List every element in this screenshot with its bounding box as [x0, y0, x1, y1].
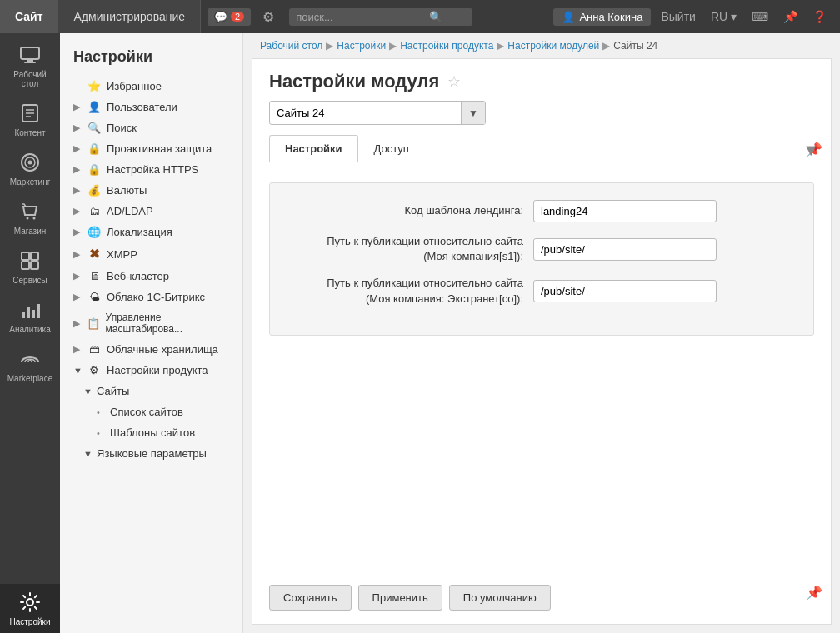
sidebar-label: Настройка HTTPS — [107, 163, 198, 176]
pin-icon-button[interactable]: 📌 — [778, 7, 802, 26]
breadcrumb-desktop[interactable]: Рабочий стол — [260, 40, 322, 52]
sidebar-item-services[interactable]: Сервисы — [0, 242, 60, 292]
form-section: Код шаблона лендинга: Путь к публикации … — [269, 182, 814, 336]
svg-point-20 — [27, 599, 33, 606]
field1-input[interactable] — [533, 200, 717, 222]
sidebar-item-settings[interactable]: Настройки — [0, 584, 60, 633]
locale-icon: 🌐 — [87, 226, 102, 238]
breadcrumb-settings[interactable]: Настройки — [337, 40, 386, 52]
svg-rect-15 — [31, 262, 38, 269]
lang-button[interactable]: RU ▾ — [706, 7, 742, 26]
svg-point-9 — [28, 161, 32, 165]
default-button[interactable]: По умолчанию — [449, 585, 551, 611]
breadcrumb-productsettings[interactable]: Настройки продукта — [400, 40, 493, 52]
search-box[interactable]: 🔍 — [289, 8, 472, 26]
sidebar-item-analytics[interactable]: Аналитика — [0, 292, 60, 341]
topbar-actions: 💬 2 ⚙ 🔍 — [201, 8, 545, 26]
field3-input[interactable] — [533, 280, 717, 302]
svg-rect-16 — [22, 312, 25, 318]
apply-button[interactable]: Применить — [358, 585, 442, 611]
save-button[interactable]: Сохранить — [269, 585, 352, 611]
content-icon — [18, 102, 42, 125]
arrow-icon: ▶ — [73, 206, 82, 217]
user-icon: 👤 — [562, 11, 575, 23]
favorites-icon: ⭐ — [87, 80, 102, 92]
sidebar-item-locale[interactable]: ▶ 🌐 Локализация — [60, 222, 242, 242]
tab-settings-label: Настройки — [285, 142, 342, 155]
svg-rect-1 — [27, 59, 33, 62]
settings-sidebar-title: Настройки — [60, 42, 242, 76]
module-select[interactable]: Сайты 24 — [270, 102, 461, 124]
main-content: Рабочий стол ▶ Настройки ▶ Настройки про… — [243, 33, 840, 633]
exit-button[interactable]: Выйти — [656, 7, 700, 26]
sidebar-item-favorites[interactable]: ⭐ Избранное — [60, 76, 242, 97]
sidebar-label: Языковые параметры — [97, 447, 207, 460]
proactive-icon: 🔒 — [87, 142, 102, 155]
messages-badge[interactable]: 💬 2 — [208, 8, 251, 26]
sidebar-label-marketing: Маркетинг — [10, 177, 51, 187]
gear-button[interactable]: ⚙ — [256, 9, 281, 25]
content-header: Настройки модуля ☆ — [252, 59, 831, 101]
user-button[interactable]: 👤 Анна Кокина — [553, 8, 651, 26]
sidebar-item-users[interactable]: ▶ 👤 Пользователи — [60, 97, 242, 117]
arrow-icon: ▶ — [73, 185, 82, 196]
field2-label: Путь к публикации относительно сайта(Моя… — [290, 234, 523, 264]
collapse-arrow-icon[interactable]: ▼ — [802, 141, 819, 160]
svg-rect-0 — [21, 47, 39, 59]
svg-rect-2 — [24, 62, 36, 63]
search-input[interactable] — [296, 11, 429, 23]
tab-settings[interactable]: Настройки — [269, 135, 358, 162]
sidebar-item-sitelist[interactable]: • Список сайтов — [60, 401, 242, 422]
sidebar-item-langparams[interactable]: ▼ Языковые параметры — [60, 443, 242, 464]
pin-bottom-icon[interactable]: 📌 — [806, 585, 822, 601]
sidebar-item-marketplace[interactable]: Marketplace — [0, 341, 60, 390]
sidebar-item-search[interactable]: ▶ 🔍 Поиск — [60, 117, 242, 138]
sidebar-item-scalemgmt[interactable]: ▶ 📋 Управление масштабирова... — [60, 307, 242, 339]
sidebar-item-sites[interactable]: ▼ Сайты — [60, 381, 242, 401]
bullet-icon: • — [97, 428, 105, 438]
sidebar-label: Пользователи — [107, 101, 178, 113]
sidebar-item-shop[interactable]: Магазин — [0, 193, 60, 242]
sidebar-item-productsettings[interactable]: ▼ ⚙ Настройки продукта — [60, 360, 242, 381]
arrow-icon: ▶ — [73, 318, 82, 329]
sidebar-item-adldap[interactable]: ▶ 🗂 AD/LDAP — [60, 201, 242, 222]
sidebar-item-currency[interactable]: ▶ 💰 Валюты — [60, 180, 242, 201]
sidebar-item-proactive[interactable]: ▶ 🔒 Проактивная защита — [60, 138, 242, 159]
sidebar-item-sitetemplates[interactable]: • Шаблоны сайтов — [60, 422, 242, 443]
help-icon-button[interactable]: ❓ — [808, 7, 832, 26]
sidebar-item-cloudstorage[interactable]: ▶ 🗃 Облачные хранилища — [60, 339, 242, 360]
marketplace-icon — [18, 347, 42, 371]
breadcrumb-modulesettings[interactable]: Настройки модулей — [508, 40, 599, 52]
tab-access[interactable]: Доступ — [358, 135, 425, 162]
favorite-star-icon[interactable]: ☆ — [448, 72, 461, 91]
breadcrumb-sep: ▶ — [602, 40, 610, 52]
arrow-icon: ▶ — [73, 344, 82, 355]
sidebar-item-webcluster[interactable]: ▶ 🖥 Веб-кластер — [60, 266, 242, 287]
sidebar-label-services: Сервисы — [12, 276, 47, 285]
sidebar-item-cloud1c[interactable]: ▶ 🌤 Облако 1С-Битрикс — [60, 287, 242, 307]
sidebar-item-desktop[interactable]: Рабочийстол — [0, 37, 60, 95]
form-row-3: Путь к публикации относительно сайта(Моя… — [290, 276, 793, 306]
topbar-site-button[interactable]: Сайт — [0, 0, 59, 33]
breadcrumb-sep: ▶ — [389, 40, 397, 52]
sidebar-item-marketing[interactable]: Маркетинг — [0, 144, 60, 193]
dropdown-arrow-icon: ▼ — [461, 102, 485, 124]
sidebar-label: XMPP — [107, 248, 138, 261]
sidebar-item-xmpp[interactable]: ▶ ✖ XMPP — [60, 242, 242, 266]
arrow-icon: ▼ — [83, 386, 92, 396]
buttons-row: Сохранить Применить По умолчанию 📌 — [252, 578, 831, 624]
form-row-2: Путь к публикации относительно сайта(Моя… — [290, 234, 793, 264]
admin-label: Администрирование — [74, 10, 186, 23]
module-selector[interactable]: Сайты 24 ▼ — [269, 101, 486, 125]
field2-input[interactable] — [533, 238, 717, 261]
sidebar-item-content[interactable]: Контент — [0, 95, 60, 144]
sidebar-label: Избранное — [107, 80, 162, 92]
sidebar-label-desktop: Рабочийстол — [13, 70, 46, 88]
keyboard-icon-button[interactable]: ⌨ — [747, 7, 773, 26]
sidebar-item-https[interactable]: ▶ 🔒 Настройка HTTPS — [60, 159, 242, 180]
field1-label: Код шаблона лендинга: — [290, 203, 523, 218]
arrow-icon: ▶ — [73, 143, 82, 154]
productsettings-icon: ⚙ — [87, 364, 102, 376]
topbar-admin-button[interactable]: Администрирование — [59, 0, 202, 33]
bullet-icon: • — [97, 407, 105, 417]
